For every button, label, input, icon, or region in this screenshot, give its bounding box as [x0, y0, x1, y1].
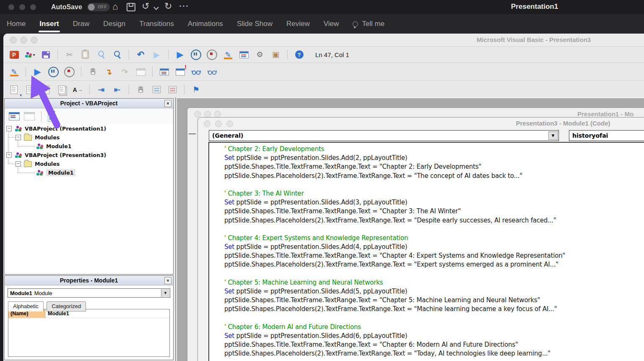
collapse-icon[interactable]: −	[16, 135, 21, 140]
toggle-breakpoint-button[interactable]	[134, 84, 147, 96]
code-line: ' Chapter 2: Early Developments	[224, 145, 644, 154]
reset-button[interactable]	[63, 65, 76, 78]
design-mode-button[interactable]: ✎	[8, 65, 21, 78]
more-options-icon[interactable]: ⋯	[179, 0, 189, 12]
tab-home[interactable]: Home	[7, 20, 26, 28]
object-selector-dropdown[interactable]: Module1 Module ▼	[8, 288, 170, 298]
list-properties-button[interactable]: ▾	[8, 84, 21, 96]
save-button[interactable]	[39, 48, 52, 61]
find-button[interactable]	[95, 48, 108, 61]
tree-item-module1-p3[interactable]: Module1	[5, 168, 173, 177]
dropdown-arrow-icon[interactable]: ▼	[161, 289, 169, 297]
blank-line	[224, 180, 644, 189]
step-over-button[interactable]: ↷	[118, 65, 131, 78]
save-icon[interactable]	[127, 3, 135, 11]
quick-watch-button[interactable]	[190, 65, 203, 78]
tab-slide-show[interactable]: Slide Show	[237, 20, 273, 28]
collapse-icon[interactable]: −	[6, 152, 12, 158]
tell-me-button[interactable]: Tell me	[353, 20, 384, 28]
code-text: pptSlide = pptPresentation.Slides.Add(6,…	[234, 332, 407, 340]
object-browser-button[interactable]: ▣	[269, 48, 282, 61]
window-close-icon[interactable]	[204, 120, 210, 127]
code-editor[interactable]: ' Chapter 2: Early Developments Set pptS…	[208, 142, 644, 361]
undo-icon[interactable]: ↺	[142, 1, 149, 12]
close-window-icon[interactable]	[8, 4, 14, 10]
collapse-icon[interactable]: −	[16, 161, 21, 167]
view-code-button[interactable]	[9, 112, 20, 120]
reset-button[interactable]	[205, 48, 218, 61]
powerpoint-icon[interactable]: P	[8, 48, 21, 61]
tab-transitions[interactable]: Transitions	[139, 20, 174, 28]
vba-maximize-icon[interactable]	[31, 37, 38, 44]
dropdown-arrow-icon[interactable]: ▼	[548, 131, 558, 140]
tree-item-modules3[interactable]: − Modules	[5, 160, 173, 168]
indent-button[interactable]: ⇥	[95, 84, 108, 96]
undo-chevron-icon[interactable]	[153, 5, 159, 10]
window-maximize-icon[interactable]	[226, 120, 233, 127]
view-object-button[interactable]	[24, 112, 35, 120]
immediate-window-button[interactable]	[158, 65, 171, 78]
outdent-button[interactable]: ⇤	[111, 84, 124, 96]
quick-info-button[interactable]	[39, 84, 52, 96]
window-maximize-icon[interactable]	[214, 111, 221, 118]
properties-window-button[interactable]: ⚙	[253, 48, 266, 61]
tree-item-label: VBAProject (Presentation1)	[25, 126, 106, 132]
tab-view[interactable]: View	[324, 20, 339, 28]
project-explorer-button[interactable]	[237, 48, 250, 61]
tab-review[interactable]: Review	[286, 20, 310, 28]
home-icon[interactable]: ⌂	[112, 1, 118, 12]
step-into-button[interactable]: ↴	[102, 65, 115, 78]
watch-window-button[interactable]: !	[174, 65, 187, 78]
tab-draw[interactable]: Draw	[73, 20, 90, 28]
window-close-icon[interactable]	[194, 111, 201, 118]
tab-design[interactable]: Design	[103, 20, 125, 28]
redo-button[interactable]: ▶	[150, 48, 163, 61]
run-button[interactable]: ▶	[31, 65, 44, 78]
undo-button[interactable]: ↶	[134, 48, 147, 61]
minimize-window-icon[interactable]	[19, 4, 25, 10]
tree-item-modules1[interactable]: − Modules	[5, 133, 173, 142]
tree-item-module1-p1[interactable]: Module1	[5, 142, 173, 151]
call-stack-button[interactable]	[205, 65, 218, 78]
maximize-window-icon[interactable]	[30, 4, 36, 10]
toggle-bookmark-button[interactable]: ⚑	[190, 84, 203, 96]
tree-item-project1[interactable]: − VBAProject (Presentation1)	[5, 124, 173, 133]
procedure-dropdown[interactable]: historyofai	[569, 130, 644, 141]
break-button[interactable]	[190, 48, 203, 61]
uncomment-block-button[interactable]	[166, 84, 179, 96]
search-button[interactable]	[111, 48, 124, 61]
tab-categorized[interactable]: Categorized	[47, 301, 86, 311]
comment-block-button[interactable]	[150, 84, 163, 96]
locals-window-button[interactable]	[134, 65, 147, 78]
complete-word-button[interactable]: A→	[71, 84, 84, 96]
window-minimize-icon[interactable]	[215, 120, 222, 127]
collapse-icon[interactable]: −	[6, 126, 12, 131]
dropdown-caret-icon: ▾	[20, 93, 22, 97]
cut-button[interactable]: ✂	[63, 48, 76, 61]
close-icon[interactable]: ×	[164, 100, 171, 107]
paste-button[interactable]	[79, 48, 92, 61]
autosave-toggle[interactable]: OFF	[87, 3, 110, 11]
tree-item-project3[interactable]: − VBAProject (Presentation3)	[5, 151, 173, 160]
close-icon[interactable]: ×	[164, 277, 171, 284]
run-button[interactable]: ▶	[174, 48, 187, 61]
vba-minimize-icon[interactable]	[20, 37, 27, 44]
design-mode-button[interactable]: ✎	[221, 48, 234, 61]
toggle-folders-button[interactable]	[48, 111, 52, 122]
help-button[interactable]: ?	[293, 48, 306, 61]
window-minimize-icon[interactable]	[204, 111, 211, 118]
code-window-presentation1[interactable]: Presentation1 - Mo Presentation3 - Modul…	[187, 107, 644, 361]
break-button[interactable]	[47, 65, 60, 78]
vba-close-icon[interactable]	[10, 37, 17, 44]
tab-alphabetic[interactable]: Alphabetic	[8, 301, 44, 311]
insert-object-button[interactable]: ▾	[23, 48, 36, 61]
ribbon-tabs: Home Insert Draw Design Transitions Anim…	[0, 14, 644, 34]
list-constants-button[interactable]: ▾	[23, 84, 36, 96]
keyword: Set	[224, 154, 234, 162]
tab-animations[interactable]: Animations	[188, 20, 223, 28]
redo-icon[interactable]: ↻	[164, 1, 172, 12]
parameter-info-button[interactable]	[55, 84, 68, 96]
tab-insert[interactable]: Insert	[39, 20, 59, 28]
toggle-breakpoint-button[interactable]	[86, 65, 99, 78]
object-dropdown[interactable]: (General) ▼	[209, 130, 559, 141]
